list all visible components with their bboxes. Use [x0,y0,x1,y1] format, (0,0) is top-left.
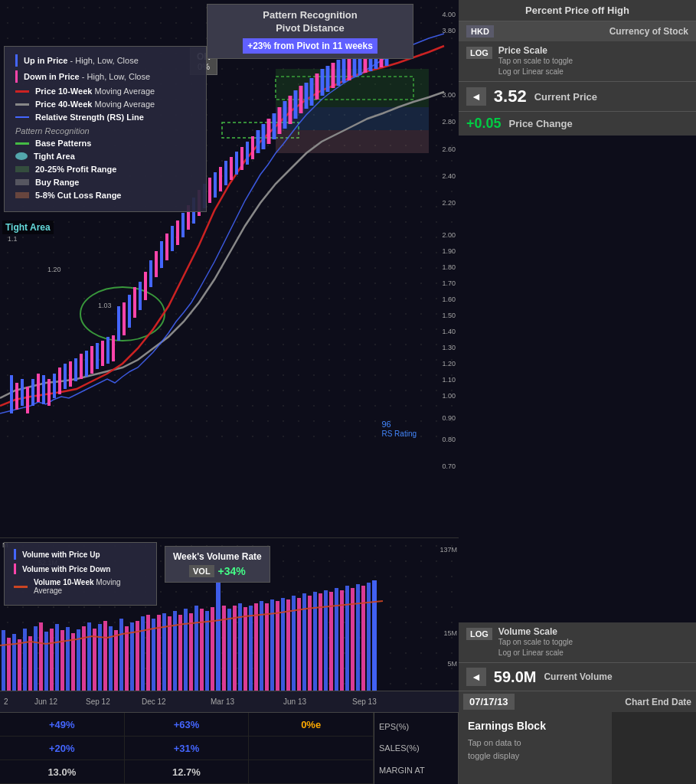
svg-rect-143 [313,592,317,691]
svg-rect-152 [361,586,365,691]
svg-rect-117 [178,615,182,691]
svg-rect-102 [98,624,102,691]
vol-legend-down: Volume with Price Down [14,564,147,574]
svg-rect-88 [23,629,27,691]
price-arrow: ◄ [466,87,486,106]
volume-rate-title: Week's Volume Rate [173,551,262,562]
svg-rect-103 [103,621,107,691]
tight-area-label: Tight Area [2,220,54,234]
svg-rect-101 [93,629,96,691]
date-label-sep12: Sep 12 [86,697,110,706]
vol-tick-137m: 137M [439,546,457,554]
svg-rect-84 [2,630,5,691]
svg-rect-145 [324,590,328,691]
svg-rect-99 [82,626,86,691]
legend-40wk-ma: Price 40-Week Moving Average [15,100,195,109]
svg-rect-154 [372,580,377,691]
svg-rect-97 [71,633,75,691]
svg-rect-149 [345,586,349,691]
pattern-recognition-box[interactable]: Pattern RecognitionPivot Distance +23% f… [207,4,413,59]
svg-rect-89 [28,636,32,691]
earnings-labels: EPS(%) SALES(%) MARGIN AT [374,713,459,784]
current-price-label: Current Price [534,91,597,103]
earnings-sales-col1[interactable]: +20% [0,737,125,760]
end-date-value: 07/17/13 [463,694,515,710]
vol-rate-value: +34% [218,565,246,577]
svg-rect-100 [87,622,91,691]
svg-rect-93 [50,629,54,691]
vol-log-badge[interactable]: LOG [466,628,492,640]
date-bar: 2 Jun 12 Sep 12 Dec 12 Mar 13 Jun 13 Sep… [0,691,459,712]
date-label-2: 2 [4,697,8,706]
legend-10wk-ma: Price 10-Week Moving Average [15,87,195,96]
earnings-margin-col3[interactable] [249,760,374,784]
current-volume-value: 59.0M [494,668,537,686]
svg-text:1.03: 1.03 [98,302,112,309]
price-change-value: +0.05 [466,116,502,132]
svg-rect-94 [55,624,59,691]
date-label-sep13: Sep 13 [352,697,377,706]
eps-label: EPS(%) [379,722,453,731]
svg-rect-121 [200,609,204,691]
svg-rect-110 [141,616,145,691]
current-price-value: 3.52 [494,87,527,106]
vol-badge: VOL [189,565,214,577]
svg-rect-127 [227,609,231,691]
svg-rect-86 [12,634,16,691]
current-volume-section: ◄ 59.0M Current Volume [459,662,696,691]
svg-rect-151 [356,584,360,691]
volume-rate-box[interactable]: Week's Volume Rate VOL +34% [165,546,270,583]
price-axis: 4.00 3.80 3.00 2.80 2.60 2.40 2.20 2.00 … [426,0,457,537]
svg-rect-114 [162,613,166,691]
svg-rect-92 [44,632,48,691]
price-change-section: +0.05 Price Change [459,111,696,136]
earnings-eps-col1[interactable]: +49% [0,713,125,737]
legend-box: Up in Price - High, Low, Close Down in P… [4,46,207,212]
date-label-mar13: Mar 13 [211,697,234,706]
price-change-label: Price Change [509,118,573,129]
earnings-margin-col2[interactable]: 12.7% [125,760,250,784]
date-label-jun13: Jun 13 [283,697,306,706]
earnings-block-title: Earnings Block [468,720,603,732]
hkd-badge[interactable]: HKD [466,25,494,38]
legend-up-price: Up in Price - High, Low, Close [15,54,195,67]
earnings-block-subtitle: Tap on data to toggle display [468,737,603,762]
earnings-section: +49% +63% 0%e +20% +31% 13.0% 12.7% EPS(… [0,712,459,784]
price-scale-label: Price Scale [498,45,573,56]
legend-buy-range: Buy Range [15,178,195,187]
earnings-margin-col1[interactable]: 13.0% [0,760,125,784]
earnings-sales-col3[interactable] [249,737,374,760]
legend-pattern-section: Pattern Recognition [15,126,195,136]
svg-rect-126 [222,606,226,691]
log-badge[interactable]: LOG [466,47,492,59]
currency-row: HKD Currency of Stock [459,21,696,41]
volume-scale-row[interactable]: LOG Volume Scale Tap on scale to toggle … [459,622,696,662]
price-chart-area: Pattern RecognitionPivot Distance +23% f… [0,0,459,537]
percent-price-off-high: Percent Price off High [459,0,696,21]
vol-arrow: ◄ [466,668,486,686]
volume-legend: Volume with Price Up Volume with Price D… [4,542,157,606]
svg-rect-96 [66,627,70,691]
vol-legend-up: Volume with Price Up [14,549,147,560]
svg-text:1.1: 1.1 [8,235,18,243]
earnings-data[interactable]: +49% +63% 0%e +20% +31% 13.0% 12.7% [0,713,374,784]
vol-tick-5m: 5M [447,660,457,668]
earnings-sales-col2[interactable]: +31% [125,737,250,760]
current-price-section: ◄ 3.52 Current Price [459,81,696,111]
vol-legend-ma: Volume 10-Week Moving Average [14,578,147,595]
price-scale-row[interactable]: LOG Price Scale Tap on scale to toggle L… [459,41,696,81]
svg-rect-147 [335,588,338,691]
volume-section: Volume with Price Up Volume with Price D… [0,537,459,691]
price-scale-description: Tap on scale to toggle Log or Linear sca… [498,56,573,77]
svg-text:1.20: 1.20 [47,266,61,273]
svg-rect-91 [39,622,43,691]
earnings-right-panel[interactable]: Earnings Block Tap on data to toggle dis… [459,712,612,784]
legend-tight-area: Tight Area [15,152,195,161]
svg-rect-142 [308,596,312,691]
svg-rect-5 [276,69,429,107]
earnings-eps-col3[interactable]: 0%e [249,713,374,737]
svg-rect-119 [189,613,193,691]
earnings-eps-col2[interactable]: +63% [125,713,250,737]
volume-scale-label: Volume Scale [498,626,573,637]
right-chart-spacer [459,136,696,622]
